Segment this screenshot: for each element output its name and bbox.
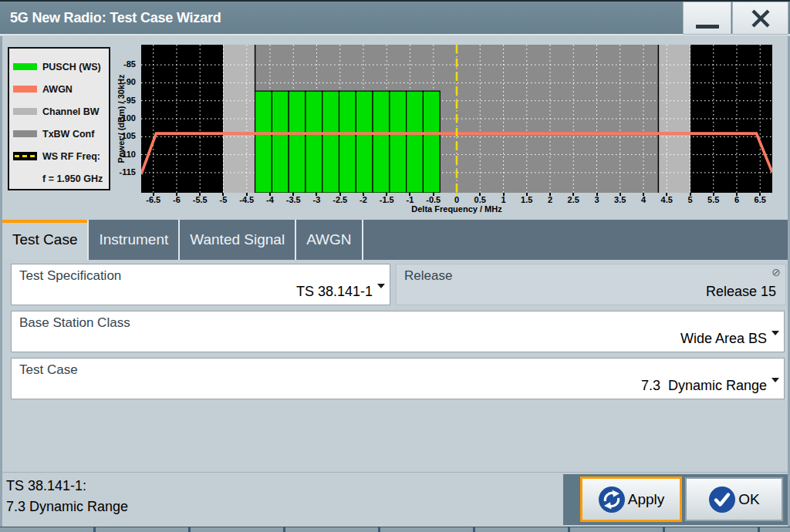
legend-item-label: TxBW Conf xyxy=(42,129,94,140)
y-tick-label: -90 xyxy=(102,77,136,86)
rf-frequency-value: f = 1.950 GHz xyxy=(42,173,103,184)
x-tick-label: -3.5 xyxy=(280,195,306,204)
legend-item-label: AWGN xyxy=(42,84,73,95)
minimize-icon xyxy=(696,25,719,29)
legend-item: AWGN xyxy=(9,78,109,100)
x-tick-label: -5 xyxy=(210,195,236,204)
softkey-separator xyxy=(473,527,475,532)
ok-button[interactable]: OK xyxy=(685,477,783,521)
x-tick-label: 1.5 xyxy=(514,195,540,204)
title-bar: 5G New Radio: Test Case Wizard xyxy=(0,0,790,35)
window-edge-left xyxy=(0,36,2,527)
apply-button-label: Apply xyxy=(628,491,665,508)
test-case-label: Test Case xyxy=(19,362,78,378)
x-tick-mark xyxy=(479,193,481,196)
chart-legend: PUSCH (WS)AWGNChannel BWTxBW ConfWS RF F… xyxy=(8,47,110,190)
legend-swatch-icon xyxy=(13,152,37,160)
readonly-icon: ⊘ xyxy=(771,266,781,278)
test-specification-label: Test Specification xyxy=(19,268,121,284)
x-tick-label: 0 xyxy=(444,195,470,204)
x-tick-label: -1 xyxy=(397,195,423,204)
x-tick-label: 5 xyxy=(677,195,704,204)
x-tick-label: 3.5 xyxy=(607,195,633,204)
close-button[interactable] xyxy=(732,2,788,35)
legend-item: PUSCH (WS) xyxy=(9,56,109,78)
legend-item-label: WS RF Freq: xyxy=(42,151,100,162)
y-tick-label: -110 xyxy=(102,150,136,159)
x-tick-mark xyxy=(199,193,201,196)
x-tick-mark xyxy=(433,193,434,196)
y-tick-label: -85 xyxy=(102,59,136,69)
legend-swatch-icon xyxy=(13,130,37,137)
legend-rf-frequency: f = 1.950 GHz xyxy=(9,167,109,190)
x-tick-label: 3 xyxy=(584,195,610,204)
tab-instrument[interactable]: Instrument xyxy=(89,220,180,260)
x-tick-mark xyxy=(153,193,154,196)
y-tick-label: -100 xyxy=(102,113,136,123)
base-station-class-value: Wide Area BS xyxy=(680,331,767,347)
chevron-down-icon xyxy=(771,331,779,335)
status-line-2: 7.3 Dynamic Range xyxy=(6,497,128,517)
tab-test-case[interactable]: Test Case xyxy=(2,220,89,260)
base-station-class-label: Base Station Class xyxy=(19,315,130,331)
x-tick-label: -4 xyxy=(257,195,283,204)
tab-bar: Test CaseInstrumentWanted SignalAWGN xyxy=(2,220,788,260)
x-tick-label: 2 xyxy=(537,195,563,204)
chevron-down-icon xyxy=(377,284,385,288)
softkey-separator xyxy=(663,527,665,532)
legend-items: PUSCH (WS)AWGNChannel BWTxBW ConfWS RF F… xyxy=(9,56,109,167)
x-tick-mark xyxy=(549,193,551,196)
x-tick-label: -0.5 xyxy=(420,195,447,204)
x-tick-label: 5.5 xyxy=(701,195,727,204)
base-station-class-dropdown[interactable]: Base Station Class Wide Area BS xyxy=(11,311,785,352)
x-tick-mark xyxy=(572,193,574,196)
x-tick-mark xyxy=(269,193,271,196)
softkey-separator xyxy=(93,527,96,532)
softkey-strip xyxy=(0,527,790,532)
x-tick-mark xyxy=(176,193,177,196)
x-tick-mark xyxy=(643,193,644,196)
x-tick-mark xyxy=(363,193,364,196)
x-tick-mark xyxy=(620,193,621,196)
x-tick-mark xyxy=(456,193,457,196)
test-specification-value: TS 38.141-1 xyxy=(296,284,373,300)
ok-button-label: OK xyxy=(738,491,759,508)
test-specification-dropdown[interactable]: Test Specification TS 38.141-1 xyxy=(11,264,390,305)
x-tick-mark xyxy=(666,193,667,196)
status-text: TS 38.141-1: 7.3 Dynamic Range xyxy=(6,476,128,517)
legend-swatch-icon xyxy=(13,63,37,70)
apply-button[interactable]: Apply xyxy=(580,476,682,522)
x-tick-mark xyxy=(736,193,738,196)
x-tick-mark xyxy=(292,193,294,196)
x-tick-label: -1.5 xyxy=(373,195,400,204)
tab-awgn[interactable]: AWGN xyxy=(296,220,363,260)
x-tick-label: 6.5 xyxy=(747,195,773,204)
legend-swatch-icon xyxy=(13,86,37,93)
x-tick-label: 1 xyxy=(491,195,517,204)
x-tick-label: -2.5 xyxy=(327,195,353,204)
test-case-dropdown[interactable]: Test Case 7.3 Dynamic Range xyxy=(11,358,785,399)
softkey-separator xyxy=(283,527,285,532)
footer-separator xyxy=(0,472,790,473)
minimize-button[interactable] xyxy=(683,2,731,35)
x-tick-label: -6 xyxy=(164,195,190,204)
window-title: 5G New Radio: Test Case Wizard xyxy=(10,2,221,34)
softkey-separator xyxy=(568,527,570,532)
apply-refresh-icon xyxy=(598,486,626,513)
y-tick-label: -105 xyxy=(102,131,136,140)
softkey-separator xyxy=(758,527,760,532)
x-tick-label: 2.5 xyxy=(560,195,586,204)
release-value: Release 15 xyxy=(706,284,776,300)
x-tick-mark xyxy=(713,193,714,196)
tab-wanted-signal[interactable]: Wanted Signal xyxy=(180,220,296,260)
x-tick-label: -2 xyxy=(350,195,376,204)
release-field: Release Release 15 ⊘ xyxy=(396,264,786,305)
chevron-down-icon xyxy=(771,378,779,382)
x-tick-mark xyxy=(596,193,598,196)
x-tick-label: -6.5 xyxy=(140,195,167,204)
release-label: Release xyxy=(404,268,452,284)
legend-item: WS RF Freq: xyxy=(9,145,109,167)
x-axis-title: Delta Frequency / MHz xyxy=(380,204,534,214)
x-tick-label: -5.5 xyxy=(187,195,213,204)
close-icon xyxy=(750,8,771,29)
